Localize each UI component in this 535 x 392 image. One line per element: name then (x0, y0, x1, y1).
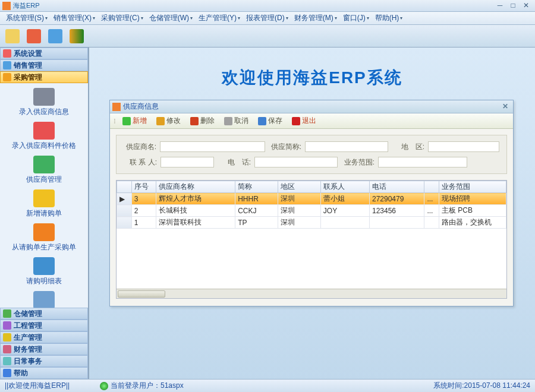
col-header-2[interactable]: 供应商名称 (156, 181, 235, 193)
toolbar-btn-1[interactable] (2, 27, 23, 46)
filter-input-frow2-2[interactable] (378, 157, 467, 167)
inner-btn-新增[interactable]: 新增 (118, 114, 151, 128)
nav-item-6[interactable]: 新增采购单 (0, 289, 88, 308)
table-row[interactable]: 1深圳普联科技TP深圳路由器，交换机 (117, 217, 506, 229)
toolbar-btn-4[interactable] (67, 27, 87, 46)
nav-head-6[interactable]: 财务管理 (0, 343, 88, 355)
status-bar: ||欢迎使用海益ERP|| 当前登录用户：51aspx 系统时间:2015-07… (0, 379, 535, 392)
col-header-0[interactable] (117, 181, 132, 193)
filter-input-frow2-0[interactable] (160, 157, 214, 167)
nav-item-4[interactable]: 从请购单生产采购单 (0, 221, 88, 255)
filter-label: 业务范围: (341, 157, 374, 167)
nav-item-5[interactable]: 请购明细表 (0, 255, 88, 289)
inner-window-title: 供应商信息 (123, 102, 500, 112)
app-icon (2, 2, 11, 10)
inner-btn-删除[interactable]: 删除 (186, 114, 219, 128)
filter-input-frow1-0[interactable] (160, 141, 265, 152)
nav-head-0[interactable]: 系统设置 (0, 48, 88, 59)
table-row[interactable]: 2长城科技CCKJ深圳JOY123456...主板 PCB (117, 205, 506, 217)
menu-bar: 系统管理(S) ▾销售管理(X) ▾采购管理(C) ▾仓储管理(W) ▾生产管理… (0, 12, 535, 25)
menu-item-7[interactable]: 窗口(J) ▾ (341, 12, 372, 24)
filter-label: 电 话: (218, 157, 251, 167)
inner-btn-修改[interactable]: 修改 (152, 114, 185, 128)
app-title: 海益ERP (13, 1, 493, 10)
inner-close-button[interactable]: ✕ (500, 102, 511, 112)
toolbar-btn-2[interactable] (24, 27, 44, 46)
filter-label: 联 系 人: (124, 157, 157, 167)
filter-label: 供应商名: (124, 142, 156, 152)
nav-head-3[interactable]: 仓储管理 (0, 308, 88, 320)
supplier-window: 供应商信息 ✕ ⁝新增修改删除取消保存退出 供应商名:供应简称:地 区: 联 系… (109, 100, 514, 306)
menu-item-8[interactable]: 帮助(H) ▾ (373, 12, 405, 24)
status-user: 当前登录用户：51aspx (111, 381, 433, 391)
table-row[interactable]: ▶3辉煌人才市场HHHR深圳蕾小姐27290479...现场招聘 (117, 193, 506, 205)
menu-item-1[interactable]: 销售管理(X) ▾ (51, 12, 97, 24)
inner-btn-取消[interactable]: 取消 (220, 114, 253, 128)
nav-item-0[interactable]: 录入供应商信息 (0, 86, 88, 119)
status-welcome: ||欢迎使用海益ERP|| (5, 381, 100, 391)
nav-item-2[interactable]: 供应商管理 (0, 153, 88, 187)
filter-input-frow2-1[interactable] (254, 157, 338, 167)
sidebar: 系统设置销售管理采购管理录入供应商信息录入供应商料件价格供应商管理新增请购单从请… (0, 48, 89, 379)
menu-item-4[interactable]: 生产管理(Y) ▾ (196, 12, 243, 24)
nav-head-2[interactable]: 采购管理 (0, 71, 88, 83)
nav-item-1[interactable]: 录入供应商料件价格 (0, 119, 88, 153)
menu-item-6[interactable]: 财务管理(M) ▾ (292, 12, 339, 24)
col-header-1[interactable]: 序号 (131, 181, 156, 193)
col-header-7[interactable] (424, 181, 439, 193)
nav-head-7[interactable]: 日常事务 (0, 355, 88, 367)
title-bar: 海益ERP ─ □ ✕ (0, 0, 535, 12)
menu-item-0[interactable]: 系统管理(S) ▾ (4, 12, 50, 24)
close-button[interactable]: ✕ (520, 1, 533, 11)
toolbar-btn-3[interactable] (45, 27, 65, 46)
menu-item-2[interactable]: 采购管理(C) ▾ (99, 12, 146, 24)
data-grid[interactable]: 序号供应商名称简称地区联系人电话业务范围▶3辉煌人才市场HHHR深圳蕾小姐272… (116, 180, 507, 299)
inner-btn-保存[interactable]: 保存 (254, 114, 287, 128)
inner-btn-退出[interactable]: 退出 (288, 114, 320, 128)
col-header-3[interactable]: 简称 (235, 181, 278, 193)
filter-input-frow1-1[interactable] (305, 141, 388, 152)
col-header-4[interactable]: 地区 (278, 181, 321, 193)
nav-head-5[interactable]: 生产管理 (0, 331, 88, 343)
col-header-5[interactable]: 联系人 (320, 181, 369, 193)
nav-head-4[interactable]: 工程管理 (0, 320, 88, 331)
content-area: 欢迎使用海益ERP系统 供应商信息 ✕ ⁝新增修改删除取消保存退出 供应商名:供… (89, 48, 535, 379)
welcome-banner: 欢迎使用海益ERP系统 (89, 48, 535, 100)
minimize-button[interactable]: ─ (493, 1, 506, 11)
nav-head-8[interactable]: 帮助 (0, 367, 88, 379)
status-time: 系统时间:2015-07-08 11:44:24 (433, 381, 530, 391)
filter-input-frow1-2[interactable] (428, 141, 499, 152)
nav-item-3[interactable]: 新增请购单 (0, 187, 88, 221)
filter-label: 供应简称: (269, 142, 301, 152)
inner-window-icon (112, 103, 121, 111)
filter-panel: 供应商名:供应简称:地 区: 联 系 人:电 话:业务范围: (116, 135, 507, 174)
inner-titlebar[interactable]: 供应商信息 ✕ (110, 100, 513, 113)
horizontal-scrollbar[interactable] (117, 289, 506, 298)
menu-item-5[interactable]: 报表管理(D) ▾ (244, 12, 291, 24)
maximize-button[interactable]: □ (506, 1, 520, 11)
nav-head-1[interactable]: 销售管理 (0, 59, 88, 71)
inner-toolbar: ⁝新增修改删除取消保存退出 (110, 113, 513, 129)
filter-label: 地 区: (392, 142, 424, 152)
col-header-8[interactable]: 业务范围 (439, 181, 506, 193)
status-led-icon (100, 382, 108, 390)
toolbar (0, 25, 535, 48)
col-header-6[interactable]: 电话 (369, 181, 424, 193)
menu-item-3[interactable]: 仓储管理(W) ▾ (147, 12, 195, 24)
